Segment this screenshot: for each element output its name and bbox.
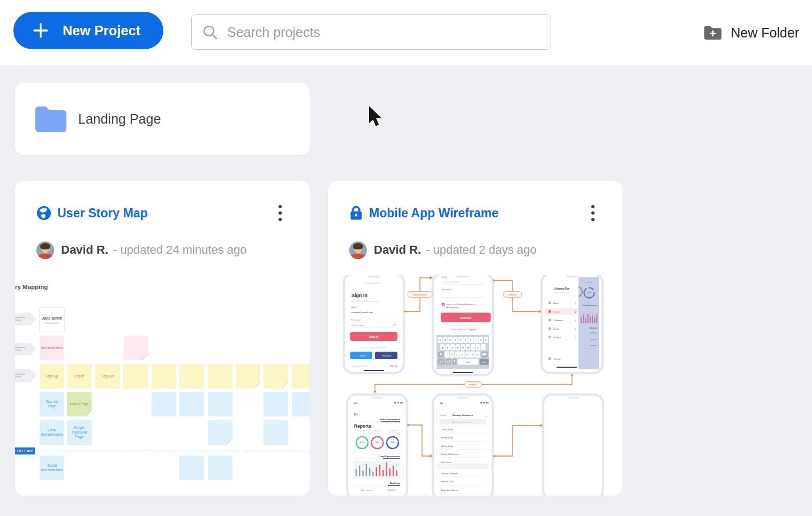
sticky-note <box>264 392 288 416</box>
card-header: Mobile App Wireframe <box>349 203 603 223</box>
sticky-note: Social Authentication <box>40 456 64 480</box>
project-card-mobile-app-wireframe[interactable]: Mobile App Wireframe David R. - updated … <box>328 181 622 496</box>
sticky-note <box>264 420 288 445</box>
folder-card-landing-page[interactable]: Landing Page <box>15 83 310 155</box>
thumb-text: Lead Optimizations <box>379 455 400 458</box>
thumb-text: Settings <box>553 358 561 360</box>
thumb-text: Johanna Doe <box>554 287 570 290</box>
thumb-text: Last Week <box>373 430 381 432</box>
sticky-note: Sign Up <box>40 364 64 389</box>
thumb-text: Facebook <box>382 355 392 357</box>
customer-row: Carlos, Ward <box>441 429 453 431</box>
sticky-note: Authentication <box>40 336 64 360</box>
board-title: ry Mapping <box>15 284 48 290</box>
menu-item: Home <box>553 302 559 305</box>
thumb-text: •••••••••••• <box>351 324 364 327</box>
thumb-text: Forgot Password? <box>351 365 368 367</box>
thumb-text: D <box>452 346 454 349</box>
thumb-text: Sign In <box>370 335 379 338</box>
thumb-text: G <box>462 346 464 349</box>
card-byline: David R. - updated 24 minutes ago <box>36 241 247 259</box>
mouse-cursor <box>367 105 384 127</box>
thumb-text: H <box>467 346 469 349</box>
thumb-text: Reports <box>354 423 371 429</box>
thumb-text: R <box>455 339 456 342</box>
card-byline: David R. - updated 2 days ago <box>349 241 537 259</box>
thumb-text: Twitter <box>359 355 366 357</box>
customer-row: Howard, Carr <box>441 481 453 483</box>
thumb-text: Sales Performance <box>380 418 400 421</box>
story-map-thumbnail[interactable]: ry MappingJane SmithAuthenticationSign U… <box>15 275 310 496</box>
thumb-phone-signin: Company NameSign InHi there! Nice to see… <box>344 275 404 373</box>
updated-text: - updated 2 days ago <box>426 243 537 257</box>
thumb-text: Sign Up <box>390 365 398 367</box>
menu-item: Customers <box>553 320 563 322</box>
thumb-text: A <box>442 346 443 349</box>
more-options-kebab[interactable] <box>583 201 603 225</box>
customer-row: Jacqueline, Barnes <box>441 489 458 491</box>
sticky-note: Sign Up Page <box>40 392 64 416</box>
thumb-text: Q <box>439 339 441 342</box>
sticky-note <box>292 364 310 389</box>
sticky-note <box>124 336 148 360</box>
menu-item: Leads <box>553 328 559 330</box>
thumb-text: C <box>456 353 458 356</box>
sticky-note: Log Out <box>95 364 120 389</box>
thumb-phone-menu: Last Month90%Lead OptimizationsBookingsJ… <box>542 275 603 373</box>
plus-icon <box>33 22 49 39</box>
thumb-text: Email <box>442 276 447 278</box>
release-band: L RELEASE <box>15 447 35 454</box>
thumb-text: 123 <box>440 361 443 363</box>
more-options-kebab[interactable] <box>270 201 290 225</box>
thumb-text: S <box>447 346 448 349</box>
connector-label-continue: Continue <box>508 294 517 296</box>
thumb-text: Continue <box>460 316 472 320</box>
search-input[interactable] <box>191 14 551 50</box>
project-title-link[interactable]: User Story Map <box>57 206 148 221</box>
sticky-note <box>236 364 260 389</box>
thumb-text: 9:41 <box>440 403 443 405</box>
thumb-text: Groups <box>440 414 447 416</box>
thumb-text: Privacy Policy <box>446 307 458 309</box>
thumb-phone-reports: 9:41ReportsSales PerformanceCurrent Week… <box>347 394 407 496</box>
thumb-text: M <box>477 353 478 356</box>
sticky-note: Log In <box>67 364 92 389</box>
thumb-text: I agree to the Terms of Services and <box>446 303 477 306</box>
thumb-text: E <box>449 339 451 342</box>
sticky-note <box>264 364 288 389</box>
thumb-text: P <box>485 339 487 342</box>
release-divider <box>36 451 310 451</box>
search-box <box>191 14 551 50</box>
new-project-button[interactable]: New Project <box>13 12 163 49</box>
sticky-note <box>123 364 148 389</box>
thumb-text: Search Customers <box>456 421 471 423</box>
project-card-user-story-map[interactable]: User Story Map David R. - updated 24 min… <box>15 181 310 496</box>
thumb-text: 90% <box>390 442 395 444</box>
project-title-link[interactable]: Mobile App Wireframe <box>369 206 499 221</box>
thumb-text: Sign In <box>469 329 476 331</box>
thumb-text: Email <box>351 307 357 309</box>
folder-icon <box>34 105 67 133</box>
card-header: User Story Map <box>36 203 290 223</box>
thumb-text: Manage Customers <box>453 414 473 416</box>
thumb-text: Bookings <box>390 482 401 484</box>
mic-key-icon <box>454 360 455 362</box>
thumb-text: N <box>472 353 473 356</box>
thumb-text: Last Month <box>388 430 397 432</box>
thumb-text: Ada Lovelace <box>361 489 373 491</box>
new-folder-button[interactable]: New Folder <box>703 17 799 49</box>
sticky-note: Jane Smith <box>40 308 64 332</box>
sticky-note: Log In Page <box>67 392 92 416</box>
owner-name: David R. <box>61 243 108 257</box>
customer-row: Martha, Long <box>441 445 453 447</box>
wireframe-canvas: Company NameSign InHi there! Nice to see… <box>328 275 622 496</box>
updated-text: - updated 24 minutes ago <box>113 243 247 257</box>
wireframe-thumbnail[interactable]: Company NameSign InHi there! Nice to see… <box>328 275 622 496</box>
thumb-text: U <box>470 339 471 342</box>
thumb-text: 4.5% <box>360 442 365 444</box>
thumb-text: Company Name <box>366 282 382 284</box>
sticky-note <box>152 364 176 389</box>
thumb-text: B <box>467 353 468 356</box>
topbar: New Project New Folder <box>0 0 812 65</box>
sticky-note <box>179 392 204 416</box>
